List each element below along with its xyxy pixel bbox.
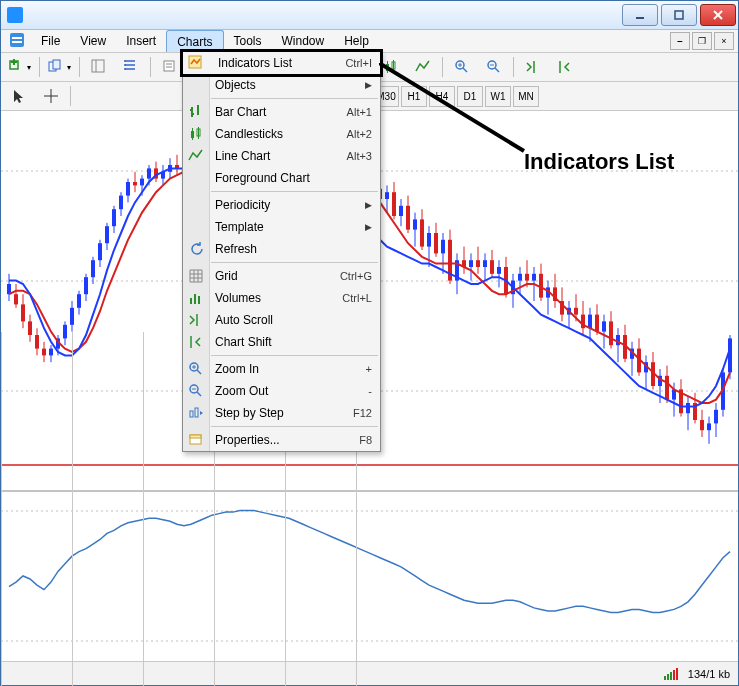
profiles-button[interactable]: ▾ — [44, 55, 75, 79]
crosshair-icon — [43, 88, 59, 104]
maximize-button[interactable] — [661, 4, 697, 26]
cursor-button[interactable] — [4, 84, 34, 108]
svg-rect-131 — [392, 192, 396, 216]
menu-item-label: Line Chart — [215, 149, 270, 163]
svg-rect-6 — [12, 41, 22, 43]
menu-chart-shift[interactable]: Chart Shift — [183, 331, 380, 353]
menu-zoom-in[interactable]: Zoom In + — [183, 358, 380, 380]
svg-rect-89 — [147, 168, 151, 178]
svg-rect-12 — [92, 60, 104, 72]
menu-properties[interactable]: Properties... F8 — [183, 429, 380, 451]
menu-template[interactable]: Template ▶ — [183, 216, 380, 238]
minimize-icon — [634, 9, 646, 21]
zoom-in-icon — [188, 361, 204, 377]
zoom-out-icon — [188, 383, 204, 399]
menu-item-shortcut: - — [368, 385, 372, 397]
menu-label: File — [41, 34, 60, 48]
menu-item-label: Volumes — [215, 291, 261, 305]
dropdown-arrow-icon: ▾ — [27, 63, 31, 72]
menu-line-chart[interactable]: Line Chart Alt+3 — [183, 145, 380, 167]
svg-rect-17 — [164, 61, 174, 71]
svg-rect-159 — [490, 260, 494, 274]
svg-rect-215 — [686, 403, 690, 413]
menu-grid[interactable]: Grid Ctrl+G — [183, 265, 380, 287]
menu-objects[interactable]: Objects ▶ — [183, 74, 380, 96]
svg-rect-139 — [420, 219, 424, 246]
line-chart-icon — [188, 148, 204, 164]
child-close-button[interactable]: × — [714, 32, 734, 50]
svg-line-258 — [379, 63, 524, 151]
app-window: File View Insert Charts Tools Window Hel… — [0, 0, 739, 686]
svg-rect-133 — [399, 206, 403, 216]
child-minimize-button[interactable]: ‒ — [670, 32, 690, 50]
menu-label: Tools — [234, 34, 262, 48]
close-button[interactable] — [700, 4, 736, 26]
svg-rect-83 — [126, 182, 130, 196]
new-order-icon — [162, 59, 178, 75]
bar-chart-icon — [188, 104, 204, 120]
candlestick-icon — [188, 126, 204, 142]
new-chart-button[interactable]: ▾ — [4, 55, 35, 79]
svg-rect-230 — [670, 672, 672, 680]
svg-rect-153 — [469, 260, 473, 267]
svg-point-15 — [124, 64, 126, 66]
menu-zoom-out[interactable]: Zoom Out - — [183, 380, 380, 402]
properties-icon — [188, 432, 204, 448]
autoscroll-icon — [188, 312, 204, 328]
menu-volumes[interactable]: Volumes Ctrl+L — [183, 287, 380, 309]
svg-rect-155 — [476, 260, 480, 267]
dropdown-arrow-icon: ▾ — [67, 63, 71, 72]
close-icon — [712, 9, 724, 21]
svg-rect-189 — [595, 315, 599, 332]
svg-rect-143 — [434, 233, 438, 253]
callout-label: Indicators List — [524, 149, 674, 175]
svg-rect-69 — [77, 294, 81, 308]
statusbar: 134/1 kb — [1, 661, 738, 685]
svg-rect-53 — [21, 304, 25, 321]
volumes-icon — [188, 290, 204, 306]
menu-item-shortcut: Ctrl+L — [342, 292, 372, 304]
svg-rect-85 — [133, 182, 137, 185]
menu-indicators-list[interactable]: Indicators List Ctrl+I — [180, 49, 383, 77]
callout-arrow — [379, 63, 549, 163]
menu-insert[interactable]: Insert — [116, 30, 166, 52]
menu-bar-chart[interactable]: Bar Chart Alt+1 — [183, 101, 380, 123]
menu-file[interactable]: File — [31, 30, 70, 52]
menu-periodicity[interactable]: Periodicity ▶ — [183, 194, 380, 216]
connection-icon — [664, 668, 682, 680]
profiles-icon — [48, 59, 64, 75]
minimize-button[interactable] — [622, 4, 658, 26]
svg-line-252 — [197, 392, 201, 396]
menu-item-shortcut: Alt+3 — [347, 150, 372, 162]
menu-item-label: Properties... — [215, 433, 280, 447]
menu-foreground-chart[interactable]: Foreground Chart — [183, 167, 380, 189]
navigator-button[interactable] — [116, 55, 146, 79]
menu-candlesticks[interactable]: Candlesticks Alt+2 — [183, 123, 380, 145]
app-menu-icon[interactable] — [9, 32, 27, 50]
chart-shift-icon — [188, 334, 204, 350]
menu-autoscroll[interactable]: Auto Scroll — [183, 309, 380, 331]
svg-rect-231 — [673, 670, 675, 680]
svg-rect-183 — [574, 308, 578, 315]
charts-dropdown: Indicators List Ctrl+I Objects ▶ Bar Cha… — [182, 51, 381, 452]
chart-shift-icon — [557, 59, 573, 75]
child-restore-button[interactable]: ❐ — [692, 32, 712, 50]
svg-rect-254 — [190, 411, 193, 417]
menu-step-by-step[interactable]: Step by Step F12 — [183, 402, 380, 424]
crosshair-button[interactable] — [36, 84, 66, 108]
chart-shift-button[interactable] — [550, 55, 580, 79]
menu-item-label: Zoom In — [215, 362, 259, 376]
maximize-icon — [673, 9, 685, 21]
svg-rect-209 — [665, 376, 669, 400]
menu-item-shortcut: F12 — [353, 407, 372, 419]
market-watch-icon — [91, 59, 107, 75]
menu-item-label: Zoom Out — [215, 384, 268, 398]
menu-view[interactable]: View — [70, 30, 116, 52]
indicators-list-icon — [188, 55, 204, 71]
market-watch-button[interactable] — [84, 55, 114, 79]
svg-rect-187 — [588, 315, 592, 329]
svg-rect-135 — [406, 206, 410, 230]
menu-refresh[interactable]: Refresh — [183, 238, 380, 260]
menu-item-label: Chart Shift — [215, 335, 272, 349]
svg-rect-129 — [385, 192, 389, 199]
